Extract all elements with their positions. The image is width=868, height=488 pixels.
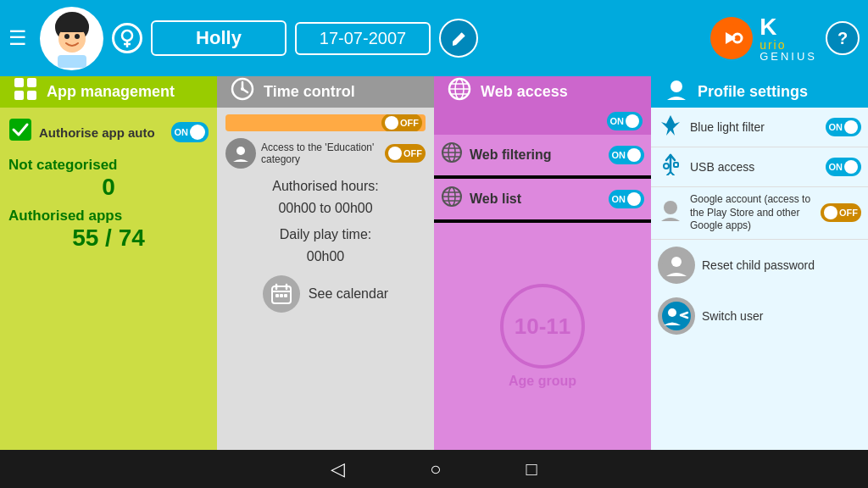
svg-point-58 (668, 308, 676, 317)
navigation-bar: ◁ ○ □ (0, 450, 868, 488)
app-content: Authorise app auto ON Not categorised 0 … (0, 108, 217, 450)
app-management-label: App management (47, 83, 175, 101)
help-button[interactable]: ? (826, 21, 860, 55)
education-icon (225, 138, 256, 169)
usb-icon (658, 153, 683, 180)
profile-settings-column: Profile settings Blue light filter ON (651, 76, 868, 450)
education-toggle[interactable]: OFF (385, 144, 426, 163)
app-management-icon (13, 76, 38, 108)
svg-point-23 (236, 147, 245, 155)
web-filtering-icon (441, 141, 463, 169)
usb-toggle[interactable]: ON (826, 158, 862, 176)
blue-light-filter-row: Blue light filter ON (651, 108, 868, 147)
gender-icon[interactable] (112, 23, 142, 53)
toggle-knob (824, 206, 837, 219)
google-account-row: Google account (access to the Play Store… (651, 187, 868, 240)
google-label: Google account (access to the Play Store… (690, 193, 814, 233)
switch-user-button[interactable]: Switch user (651, 291, 868, 341)
not-categorised-count: 0 (8, 174, 209, 201)
tab-app-management[interactable]: App management (0, 76, 217, 108)
education-label: Access to the 'Education' category (261, 141, 380, 165)
svg-rect-29 (280, 294, 283, 297)
web-filtering-toggle-label: ON (612, 150, 626, 160)
education-row: Access to the 'Education' category OFF (225, 138, 426, 169)
time-toggle-off-label: OFF (400, 118, 419, 128)
reset-label: Reset child password (702, 258, 815, 272)
profile-content: Blue light filter ON (651, 108, 868, 450)
authorise-auto-row: Authorise app auto ON (8, 114, 209, 150)
daily-play-label: Daily play time: (225, 224, 426, 246)
svg-point-56 (671, 257, 682, 267)
blue-light-toggle[interactable]: ON (826, 118, 862, 136)
time-progress-bar: OFF (225, 114, 426, 131)
edit-button[interactable] (439, 19, 478, 58)
reset-password-button[interactable]: Reset child password (651, 240, 868, 291)
toggle-knob (627, 192, 641, 206)
web-list-row: Web list ON (434, 179, 651, 219)
web-list-icon (441, 186, 463, 213)
web-list-toggle-label: ON (612, 194, 626, 204)
usb-access-row: USB access ON (651, 147, 868, 187)
svg-point-7 (122, 30, 132, 41)
home-button[interactable]: ○ (430, 458, 441, 480)
usb-label: USB access (690, 159, 819, 175)
google-toggle[interactable]: OFF (821, 203, 861, 222)
svg-point-54 (664, 201, 677, 214)
age-value: 10-11 (515, 313, 571, 340)
time-content: OFF Access to the 'Education' category O… (217, 108, 434, 450)
svg-rect-13 (14, 78, 24, 87)
web-list-toggle[interactable]: ON (609, 190, 645, 208)
logo: Kurio GENIUS (710, 15, 817, 62)
toggle-knob (626, 114, 639, 128)
svg-point-21 (241, 87, 244, 91)
see-calendar-button[interactable]: See calendar (225, 275, 426, 313)
toggle-knob (844, 160, 858, 174)
profile-settings-label: Profile settings (698, 83, 808, 101)
tab-profile-settings[interactable]: Profile settings (651, 76, 868, 108)
tab-web-access[interactable]: Web access (434, 76, 651, 108)
web-filtering-row: Web filtering ON (434, 135, 651, 175)
daily-play-value: 00h00 (225, 246, 426, 268)
back-button[interactable]: ◁ (331, 458, 345, 480)
web-filtering-label: Web filtering (470, 147, 602, 163)
tab-time-control[interactable]: Time control (217, 76, 434, 108)
svg-point-51 (664, 164, 669, 169)
age-group-label: Age group (509, 374, 576, 389)
svg-line-53 (670, 172, 674, 175)
toggle-knob (627, 148, 641, 162)
recent-button[interactable]: □ (526, 458, 537, 480)
svg-point-5 (75, 34, 80, 39)
web-access-label: Web access (481, 83, 568, 101)
toggle-knob (844, 120, 858, 134)
web-list-label: Web list (470, 191, 602, 207)
toggle-knob (190, 125, 205, 140)
authorised-apps-section: Authorised apps 55 / 74 (8, 208, 209, 252)
usb-toggle-label: ON (829, 162, 843, 172)
main-grid: App management Authorise app auto ON (0, 76, 868, 450)
authorise-auto-toggle[interactable]: ON (171, 122, 209, 142)
svg-point-46 (670, 80, 682, 92)
google-icon (658, 197, 683, 228)
menu-icon[interactable]: ☰ (8, 26, 27, 50)
calendar-icon (263, 275, 300, 313)
svg-point-4 (64, 34, 70, 39)
time-main-toggle[interactable]: OFF (381, 114, 422, 131)
svg-rect-14 (27, 78, 36, 87)
profile-settings-icon (664, 76, 689, 108)
svg-rect-6 (58, 55, 86, 68)
blue-light-icon (658, 114, 683, 141)
svg-rect-3 (55, 20, 89, 32)
web-access-icon (447, 76, 472, 108)
blue-light-toggle-label: ON (829, 122, 843, 132)
child-dob: 17-07-2007 (295, 22, 431, 55)
switch-icon (658, 297, 695, 335)
time-control-column: Time control OFF (217, 76, 434, 450)
web-filtering-toggle[interactable]: ON (609, 146, 645, 164)
svg-rect-15 (14, 91, 24, 100)
authorised-apps-title: Authorised apps (8, 208, 209, 225)
authorised-apps-count: 55 / 74 (8, 225, 209, 252)
web-toggle-label: ON (610, 116, 625, 126)
web-main-toggle[interactable]: ON (607, 112, 643, 130)
header: ☰ Holly 17-07-2007 (0, 0, 868, 76)
toggle-on-label: ON (175, 127, 189, 137)
